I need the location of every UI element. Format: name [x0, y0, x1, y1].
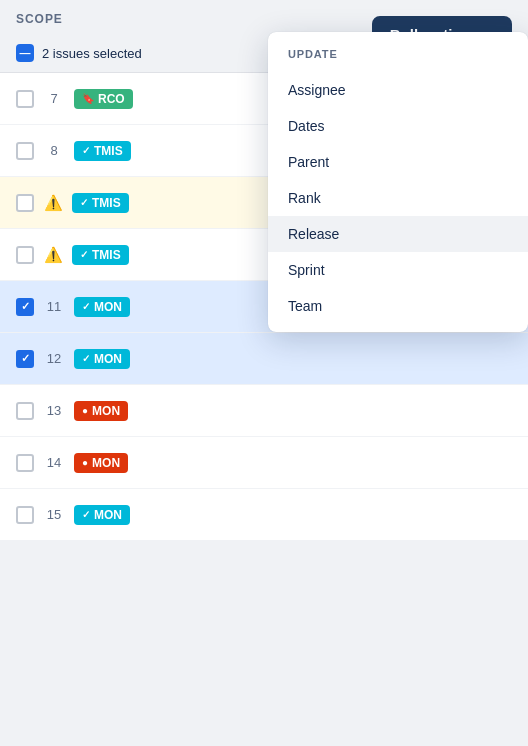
row-number: 8: [44, 143, 64, 158]
dropdown-item-assignee[interactable]: Assignee: [268, 72, 528, 108]
table-row: 14●MON: [0, 437, 528, 489]
tag-text: MON: [92, 404, 120, 418]
tag-icon: ✓: [80, 197, 88, 208]
tag-text: MON: [92, 456, 120, 470]
row-checkbox[interactable]: [16, 402, 34, 420]
dropdown-item-sprint[interactable]: Sprint: [268, 252, 528, 288]
tag-icon: ✓: [82, 353, 90, 364]
scope-label: SCOPE: [16, 12, 63, 26]
tag-badge[interactable]: ✓MON: [74, 297, 130, 317]
table-row: 15✓MON: [0, 489, 528, 541]
tag-text: TMIS: [94, 144, 123, 158]
table-row: 12✓MON: [0, 333, 528, 385]
tag-text: RCO: [98, 92, 125, 106]
row-number: 11: [44, 299, 64, 314]
dropdown-item-team[interactable]: Team: [268, 288, 528, 324]
tag-badge[interactable]: ✓TMIS: [74, 141, 131, 161]
tag-icon: 🔖: [82, 93, 94, 104]
row-number: 12: [44, 351, 64, 366]
tag-badge[interactable]: ✓TMIS: [72, 193, 129, 213]
dropdown-item-rank[interactable]: Rank: [268, 180, 528, 216]
tag-icon: ✓: [80, 249, 88, 260]
warning-icon: ⚠️: [44, 194, 62, 212]
bulk-actions-dropdown: UPDATE AssigneeDatesParentRankReleaseSpr…: [268, 32, 528, 332]
tag-badge[interactable]: ●MON: [74, 453, 128, 473]
tag-text: MON: [94, 352, 122, 366]
table-row: 13●MON: [0, 385, 528, 437]
header-area: SCOPE Bulk actions ▾ UPDATE AssigneeDate…: [0, 0, 528, 38]
tag-badge[interactable]: ✓TMIS: [72, 245, 129, 265]
tag-icon: ✓: [82, 301, 90, 312]
row-number: 13: [44, 403, 64, 418]
row-checkbox[interactable]: [16, 350, 34, 368]
dropdown-section-label: UPDATE: [268, 48, 528, 72]
minus-checkbox[interactable]: [16, 44, 34, 62]
row-checkbox[interactable]: [16, 194, 34, 212]
tag-badge[interactable]: ✓MON: [74, 349, 130, 369]
row-checkbox[interactable]: [16, 246, 34, 264]
tag-icon: ●: [82, 457, 88, 468]
tag-badge[interactable]: ✓MON: [74, 505, 130, 525]
tag-icon: ●: [82, 405, 88, 416]
row-checkbox[interactable]: [16, 506, 34, 524]
row-number: 7: [44, 91, 64, 106]
tag-badge[interactable]: ●MON: [74, 401, 128, 421]
row-number: 15: [44, 507, 64, 522]
row-checkbox[interactable]: [16, 142, 34, 160]
row-checkbox[interactable]: [16, 90, 34, 108]
tag-badge[interactable]: 🔖RCO: [74, 89, 133, 109]
tag-text: MON: [94, 508, 122, 522]
tag-icon: ✓: [82, 145, 90, 156]
tag-text: TMIS: [92, 196, 121, 210]
row-checkbox[interactable]: [16, 454, 34, 472]
dropdown-item-parent[interactable]: Parent: [268, 144, 528, 180]
tag-text: TMIS: [92, 248, 121, 262]
warning-icon: ⚠️: [44, 246, 62, 264]
dropdown-item-release[interactable]: Release: [268, 216, 528, 252]
row-checkbox[interactable]: [16, 298, 34, 316]
tag-icon: ✓: [82, 509, 90, 520]
issues-selected-text: 2 issues selected: [42, 46, 142, 61]
tag-text: MON: [94, 300, 122, 314]
row-number: 14: [44, 455, 64, 470]
dropdown-item-dates[interactable]: Dates: [268, 108, 528, 144]
